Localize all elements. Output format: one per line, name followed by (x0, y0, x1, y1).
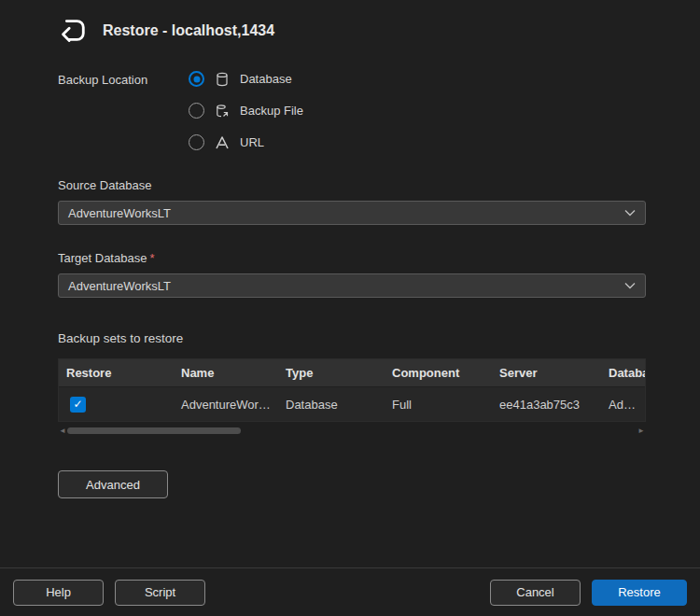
horizontal-scrollbar[interactable]: ◄ ► (58, 425, 646, 437)
source-database-select[interactable]: AdventureWorksLT (58, 201, 646, 225)
radio-button-url[interactable] (189, 134, 204, 150)
column-header-database[interactable]: Database (601, 366, 645, 380)
backup-file-icon (214, 103, 231, 119)
script-button[interactable]: Script (115, 580, 205, 606)
backup-location-label: Backup Location (58, 69, 189, 152)
radio-button-database[interactable] (189, 71, 204, 87)
cell-database: AdventureWorksLT (601, 398, 645, 412)
dialog-footer: Help Script Cancel Restore (0, 567, 700, 616)
backup-location-group: Backup Location Database (58, 69, 646, 152)
dialog-title: Restore - localhost,1434 (103, 22, 274, 39)
cell-component: Full (385, 398, 492, 412)
help-button[interactable]: Help (13, 580, 104, 606)
cell-name: AdventureWorks... (174, 398, 278, 412)
restore-icon (54, 13, 90, 49)
required-marker: * (149, 251, 154, 265)
radio-option-database[interactable]: Database (189, 69, 303, 89)
radio-label-database: Database (240, 72, 292, 86)
radio-label-url: URL (240, 135, 264, 149)
target-database-value: AdventureWorksLT (68, 279, 171, 293)
url-icon (214, 134, 231, 151)
backup-sets-label: Backup sets to restore (58, 331, 646, 345)
cell-server: ee41a3ab75c3 (492, 398, 601, 412)
target-database-field: Target Database* AdventureWorksLT (58, 251, 646, 298)
scroll-left-icon[interactable]: ◄ (58, 425, 67, 437)
backup-sets-table: Restore Name Type Component Server Datab… (58, 358, 646, 422)
radio-label-backup-file: Backup File (240, 104, 303, 118)
column-header-component[interactable]: Component (385, 366, 492, 380)
source-database-label: Source Database (58, 178, 646, 192)
target-database-select[interactable]: AdventureWorksLT (58, 273, 646, 298)
scrollbar-thumb[interactable] (67, 427, 241, 434)
cancel-button[interactable]: Cancel (490, 580, 581, 606)
scrollbar-track[interactable] (67, 427, 637, 435)
restore-button[interactable]: Restore (592, 580, 687, 606)
radio-option-backup-file[interactable]: Backup File (189, 101, 303, 120)
column-header-type[interactable]: Type (278, 366, 385, 380)
target-database-label: Target Database (58, 251, 147, 265)
advanced-button[interactable]: Advanced (58, 470, 168, 498)
radio-button-backup-file[interactable] (189, 103, 204, 119)
chevron-down-icon (624, 282, 636, 289)
restore-checkbox[interactable]: ✓ (70, 397, 86, 413)
column-header-server[interactable]: Server (492, 366, 601, 380)
scroll-right-icon[interactable]: ► (637, 425, 646, 437)
chevron-down-icon (624, 209, 636, 217)
backup-location-options: Database Backup File (189, 69, 303, 152)
column-header-name[interactable]: Name (174, 366, 278, 380)
source-database-value: AdventureWorksLT (68, 206, 171, 220)
table-row[interactable]: ✓ AdventureWorks... Database Full ee41a3… (59, 386, 645, 421)
cell-type: Database (278, 398, 385, 412)
radio-option-url[interactable]: URL (189, 133, 303, 152)
dialog-header: Restore - localhost,1434 (0, 0, 700, 49)
column-header-restore[interactable]: Restore (59, 366, 174, 380)
table-header-row: Restore Name Type Component Server Datab… (59, 359, 645, 386)
source-database-field: Source Database AdventureWorksLT (58, 178, 646, 225)
database-icon (214, 71, 231, 88)
